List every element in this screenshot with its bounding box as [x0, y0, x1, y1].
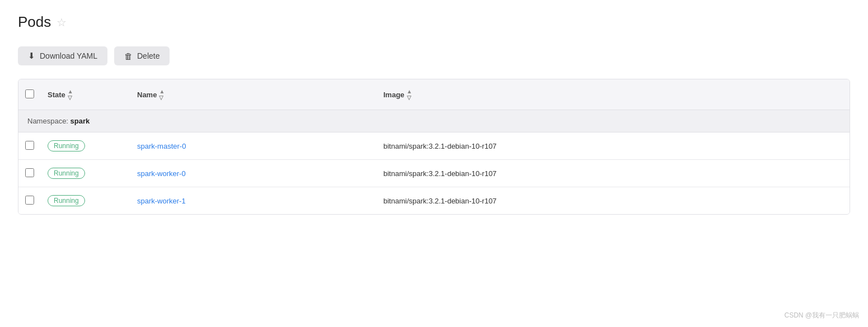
delete-label: Delete [137, 51, 159, 60]
table-header-row: State ▲ ▽ Name ▲ ▽ Image ▲ ▽ [18, 79, 850, 110]
row-image-2: bitnami/spark:3.2.1-debian-10-r107 [377, 167, 850, 180]
row-checkbox-cell-2 [18, 166, 41, 181]
download-icon: ⬇ [28, 51, 35, 61]
name-sort-icon[interactable]: ▲ ▽ [159, 88, 165, 101]
toolbar: ⬇ Download YAML 🗑 Delete [18, 46, 850, 65]
namespace-name: spark [71, 117, 90, 125]
row-checkbox-1[interactable] [25, 141, 34, 150]
delete-button[interactable]: 🗑 Delete [114, 46, 170, 65]
table-row: Running spark-worker-0 bitnami/spark:3.2… [18, 160, 850, 187]
download-yaml-button[interactable]: ⬇ Download YAML [18, 46, 107, 65]
image-text-1: bitnami/spark:3.2.1-debian-10-r107 [383, 142, 496, 150]
row-name-1: spark-master-0 [130, 139, 377, 153]
image-sort-icon[interactable]: ▲ ▽ [407, 88, 412, 101]
page-title: Pods [18, 13, 51, 31]
favorite-star-icon[interactable]: ☆ [57, 16, 67, 29]
page-container: Pods ☆ ⬇ Download YAML 🗑 Delete State ▲ … [0, 0, 868, 228]
pod-link-1[interactable]: spark-master-0 [137, 142, 186, 150]
image-text-3: bitnami/spark:3.2.1-debian-10-r107 [383, 197, 496, 205]
row-state-1: Running [41, 138, 130, 154]
pod-link-2[interactable]: spark-worker-0 [137, 169, 186, 178]
header-name[interactable]: Name ▲ ▽ [130, 86, 377, 103]
header-image[interactable]: Image ▲ ▽ [377, 86, 850, 103]
header-state[interactable]: State ▲ ▽ [41, 86, 130, 103]
status-badge-1: Running [48, 140, 85, 151]
row-checkbox-2[interactable] [25, 168, 34, 177]
pods-table: State ▲ ▽ Name ▲ ▽ Image ▲ ▽ [18, 79, 850, 215]
page-header: Pods ☆ [18, 13, 850, 31]
select-all-checkbox[interactable] [25, 89, 34, 98]
table-row: Running spark-worker-1 bitnami/spark:3.2… [18, 187, 850, 214]
download-yaml-label: Download YAML [40, 51, 97, 60]
row-checkbox-cell-3 [18, 193, 41, 208]
row-checkbox-cell-1 [18, 139, 41, 154]
row-name-3: spark-worker-1 [130, 194, 377, 207]
state-column-label: State [48, 91, 65, 99]
pod-link-3[interactable]: spark-worker-1 [137, 197, 186, 205]
image-column-label: Image [383, 91, 405, 99]
status-badge-3: Running [48, 195, 85, 206]
state-sort-icon[interactable]: ▲ ▽ [68, 88, 73, 101]
header-checkbox-cell [18, 87, 41, 102]
row-checkbox-3[interactable] [25, 196, 34, 205]
row-state-2: Running [41, 165, 130, 181]
namespace-row: Namespace: spark [18, 110, 850, 132]
table-row: Running spark-master-0 bitnami/spark:3.2… [18, 132, 850, 160]
row-image-3: bitnami/spark:3.2.1-debian-10-r107 [377, 194, 850, 207]
row-image-1: bitnami/spark:3.2.1-debian-10-r107 [377, 139, 850, 153]
namespace-label: Namespace: [27, 117, 68, 125]
row-name-2: spark-worker-0 [130, 167, 377, 180]
image-text-2: bitnami/spark:3.2.1-debian-10-r107 [383, 169, 496, 178]
status-badge-2: Running [48, 168, 85, 179]
row-state-3: Running [41, 193, 130, 208]
name-column-label: Name [137, 91, 157, 99]
trash-icon: 🗑 [124, 51, 133, 61]
